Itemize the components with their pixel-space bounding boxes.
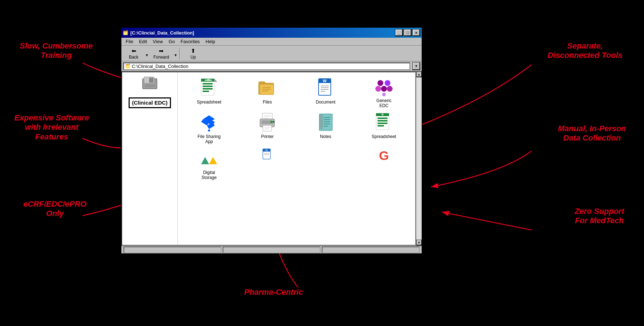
- address-dropdown[interactable]: ▼: [412, 62, 420, 70]
- statusbar-panel-3: [322, 247, 420, 253]
- svg-marker-72: [201, 157, 209, 164]
- statusbar-panel-2: [223, 247, 320, 253]
- menu-help[interactable]: Help: [203, 38, 218, 45]
- svg-rect-3: [149, 78, 153, 83]
- svg-rect-46: [263, 125, 272, 131]
- menu-go[interactable]: Go: [166, 38, 177, 45]
- right-pane: ✕ Spreadsheet: [178, 72, 415, 245]
- icon-grid: ✕ Spreadsheet: [178, 72, 415, 190]
- forward-button[interactable]: ➡ Forward: [149, 46, 173, 61]
- annotation-expensive-software: Expensive Softwarewith IrrelevantFeature…: [14, 113, 89, 142]
- svg-point-31: [387, 86, 393, 92]
- files-icon[interactable]: Files: [239, 77, 296, 110]
- svg-rect-16: [260, 84, 274, 95]
- maximize-button[interactable]: □: [404, 29, 412, 36]
- file-view: (Clinical EDC): [121, 72, 416, 245]
- annotation-manual-data: Manual, In-PersonData Collection: [558, 124, 626, 143]
- close-button[interactable]: ×: [412, 29, 420, 36]
- toolbar-separator: [180, 48, 180, 59]
- svg-text:W: W: [266, 149, 268, 151]
- printer-label: Printer: [261, 134, 274, 139]
- menu-favorites[interactable]: Favorites: [178, 38, 203, 45]
- svg-rect-64: [377, 123, 388, 124]
- svg-rect-11: [203, 88, 213, 89]
- svg-point-28: [385, 80, 390, 86]
- svg-rect-49: [319, 114, 332, 130]
- vertical-scrollbar: ▲ ▼: [416, 72, 422, 245]
- window-title: [C:\Clincial_Data_Collection]: [130, 30, 194, 36]
- file-sharing-label: File SharingApp: [198, 134, 221, 144]
- digital-storage-icon[interactable]: DigitalStorage: [181, 147, 237, 182]
- printer-icon[interactable]: Printer: [239, 111, 296, 146]
- document-label: Document: [316, 100, 335, 105]
- svg-point-45: [273, 121, 274, 123]
- svg-text:✕: ✕: [381, 113, 384, 116]
- svg-rect-10: [203, 86, 213, 87]
- spreadsheet1-icon[interactable]: ✕ Spreadsheet: [181, 77, 237, 110]
- svg-point-32: [382, 93, 386, 96]
- file-sharing-icon[interactable]: File SharingApp: [181, 111, 237, 146]
- annotation-separate-tools: Separate,Disconnected Tools: [548, 41, 622, 60]
- scroll-down-button[interactable]: ▼: [416, 240, 422, 245]
- svg-rect-12: [203, 91, 209, 92]
- annotation-ecrf-edc: eCRF/EDC/ePROOnly: [23, 199, 87, 219]
- disk-icon: [141, 77, 158, 92]
- partial-blue-doc-icon[interactable]: W: [239, 147, 296, 163]
- clinical-edc-label: (Clinical EDC): [132, 100, 167, 106]
- back-button[interactable]: ⬅ Back: [123, 46, 144, 61]
- titlebar-buttons: _ □ ×: [395, 29, 420, 36]
- generic-edc-icon[interactable]: GenericEDC: [356, 77, 412, 110]
- menu-edit[interactable]: Edit: [136, 38, 150, 45]
- scrollbar-track[interactable]: [416, 77, 422, 240]
- svg-text:G: G: [379, 148, 389, 162]
- document-icon[interactable]: W Document: [297, 77, 354, 110]
- address-text: C:\Clinical_Data_Collection: [132, 64, 189, 69]
- scroll-up-button[interactable]: ▲: [416, 72, 422, 77]
- titlebar: 🗂️ [C:\Clincial_Data_Collection] _ □ ×: [121, 28, 422, 38]
- generic-edc-label: GenericEDC: [376, 98, 392, 108]
- titlebar-icon: 🗂️: [123, 30, 128, 35]
- minimize-button[interactable]: _: [395, 29, 403, 36]
- notes-icon[interactable]: Notes: [297, 111, 354, 146]
- notes-label: Notes: [320, 134, 331, 139]
- menubar: File Edit View Go Favorites Help: [121, 38, 422, 46]
- annotation-pharma-centric: Pharma-Centric: [244, 288, 303, 297]
- addressbar: 🗂️ C:\Clinical_Data_Collection ▼: [121, 61, 422, 72]
- address-input[interactable]: 🗂️ C:\Clinical_Data_Collection: [123, 62, 410, 70]
- svg-point-37: [208, 129, 210, 132]
- spreadsheet2-label: Spreadsheet: [372, 134, 396, 139]
- annotation-zero-support: Zero SupportFor MedTech: [575, 207, 624, 226]
- spreadsheet2-icon[interactable]: ✕ Spreadsheet: [356, 111, 412, 146]
- svg-point-27: [377, 80, 383, 86]
- menu-view[interactable]: View: [150, 38, 166, 45]
- statusbar: [121, 245, 422, 253]
- toolbar: ⬅ Back ▼ ➡ Forward ▼ ⬆ Up: [121, 46, 422, 61]
- clinical-edc-box: (Clinical EDC): [129, 97, 171, 108]
- svg-rect-63: [377, 120, 388, 121]
- partial-g-icon[interactable]: G: [356, 147, 412, 163]
- left-pane: (Clinical EDC): [122, 72, 178, 245]
- menu-file[interactable]: File: [123, 38, 136, 45]
- svg-point-30: [381, 86, 387, 92]
- svg-marker-73: [209, 157, 217, 164]
- statusbar-panel-1: [124, 247, 221, 253]
- files-label: Files: [263, 100, 272, 105]
- svg-rect-65: [377, 125, 384, 127]
- content-area: (Clinical EDC): [121, 72, 422, 245]
- svg-point-44: [270, 121, 273, 123]
- svg-rect-62: [377, 118, 388, 119]
- annotation-slow-training: Slow, CumbersomeTraining: [20, 41, 93, 60]
- up-button[interactable]: ⬆ Up: [182, 46, 204, 61]
- win98-window: 🗂️ [C:\Clincial_Data_Collection] _ □ × F…: [121, 27, 422, 246]
- svg-text:✕: ✕: [207, 78, 210, 82]
- svg-point-29: [375, 86, 381, 92]
- svg-rect-4: [145, 84, 155, 87]
- svg-text:W: W: [323, 79, 326, 83]
- svg-rect-9: [203, 83, 213, 84]
- digital-storage-label: DigitalStorage: [201, 170, 217, 180]
- spreadsheet1-label: Spreadsheet: [197, 100, 221, 105]
